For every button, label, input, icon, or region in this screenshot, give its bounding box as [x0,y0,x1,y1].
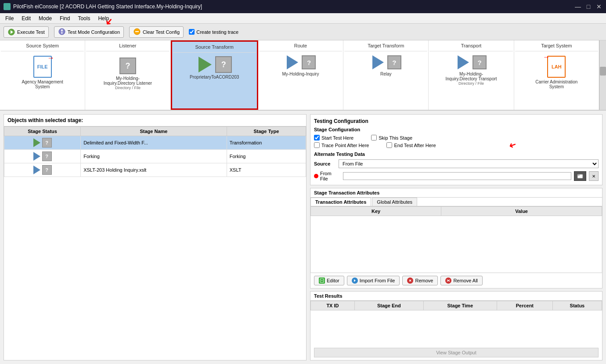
source-transform-icons: ? [197,56,232,73]
col-stage-status: Stage Status [4,127,81,136]
stage-table: Stage Status Stage Name Stage Type ? Del… [4,126,306,177]
key-value-body [311,216,602,273]
end-test-checkbox[interactable]: End Test After Here [386,142,436,148]
key-value-table: Key Value [310,206,602,273]
table-row[interactable]: ? Delimited and Fixed-Width F... Transfo… [4,136,306,150]
maximize-button[interactable]: □ [585,3,592,10]
route-label: My-Holding-Inquiry [282,72,319,76]
from-file-input[interactable] [343,172,571,180]
svg-rect-4 [61,32,62,34]
window-controls[interactable]: — □ ✕ [574,3,602,10]
col-stage-name: Stage Name [81,127,227,136]
start-test-here-checkbox[interactable]: Start Test Here [314,135,354,141]
test-results-title: Test Results [310,292,602,301]
row1-play-icon [33,138,40,147]
col-value: Value [441,207,602,216]
transport-play-icon [458,55,469,69]
from-file-label: From File [320,171,340,181]
view-stage-output-button[interactable]: View Stage Output [314,348,599,357]
pipeline-col-listener: Listener ? My-Holding-Inquiry.Directory … [85,40,170,110]
table-row[interactable]: ? Forking Forking [4,150,306,163]
target-transform-icons: ? [371,55,401,70]
import-from-file-button[interactable]: Import From File [347,276,400,285]
execute-test-button[interactable]: Execute Test [4,26,49,38]
pipeline-scrollbar[interactable] [599,40,606,110]
route-icons: ? [285,55,316,70]
remove-all-label: Remove All [453,278,478,283]
source-transform-item[interactable]: ? ProprietaryToACORD203 [190,56,239,79]
listener-item[interactable]: ? My-Holding-Inquiry.Directory Listener … [101,58,154,90]
remove-all-button[interactable]: Remove All [440,276,483,285]
row3-play-icon [33,166,40,174]
transport-header: Transport [429,42,512,51]
editor-icon [319,278,325,284]
end-test-label: End Test After Here [394,143,436,148]
trace-point-check[interactable] [314,142,320,148]
transport-question-icon: ? [473,55,487,69]
app-icon [4,3,11,10]
stage-config-subtitle: Stage Configuration [314,127,599,132]
source-system-item[interactable]: FILE → Agency Management System [16,56,69,89]
menu-find[interactable]: Find [56,14,73,22]
pipeline-col-transport: Transport ? My-Holding-Inquiry.Directory… [429,40,514,110]
pipeline-area: Source System FILE → Agency Management S… [0,40,599,110]
from-file-browse-button[interactable] [574,171,586,181]
menu-help[interactable]: Help [94,14,112,22]
menu-mode[interactable]: Mode [35,14,55,22]
tab-global-attributes[interactable]: Global Attributes [372,198,417,206]
end-test-check[interactable] [386,142,392,148]
menu-file[interactable]: File [2,14,17,22]
listener-icon: ? [119,58,136,74]
source-select[interactable]: From File From Database None [339,159,599,168]
clear-test-config-button[interactable]: Clear Test Config [129,26,184,38]
col-stage-type: Stage Type [227,127,306,136]
test-mode-config-button[interactable]: Test Mode Configuration [54,26,124,38]
row2-type: Forking [227,150,306,163]
close-button[interactable]: ✕ [595,3,602,10]
skip-stage-checkbox[interactable]: Skip This Stage [371,135,412,141]
editor-button[interactable]: Editor [314,276,344,285]
col-txid: TX ID [311,301,355,310]
start-test-here-label: Start Test Here [321,135,354,141]
skip-stage-check[interactable] [371,135,377,141]
target-transform-item[interactable]: ? Relay [371,55,401,76]
import-icon [352,278,358,284]
col-key: Key [311,207,441,216]
menu-edit[interactable]: Edit [18,14,34,22]
route-item[interactable]: ? My-Holding-Inquiry [282,55,319,76]
transport-item[interactable]: ? My-Holding-Inquiry.Directory Transport… [445,55,498,86]
test-mode-icon [58,28,66,36]
remove-button[interactable]: Remove [402,276,438,285]
remove-all-icon [445,278,451,284]
from-file-red-dot [314,174,318,178]
target-system-item[interactable]: → LAH Carrier Administration System [530,56,583,89]
tabs-row: Transaction Attributes Global Attributes [310,198,602,206]
minimize-button[interactable]: — [574,3,581,10]
trace-point-label: Trace Point After Here [321,143,369,148]
execute-icon [7,28,15,36]
create-trace-check[interactable] [189,29,195,35]
trace-point-checkbox[interactable]: Trace Point After Here [314,142,369,148]
table-row[interactable]: ? XSLT-203 Holding Inquiry.xslt XSLT [4,163,306,177]
create-testing-trace-checkbox[interactable]: Create testing trace [189,29,238,35]
listener-header: Listener [86,42,169,51]
pipeline-col-source-transform: Source Transform ? ProprietaryToACORD203 [171,40,258,110]
tab-transaction-attributes[interactable]: Transaction Attributes [310,198,371,206]
from-file-clear-button[interactable]: ✕ [589,171,599,181]
row3-status-icons: ? [7,165,78,175]
right-panel: ➜ Testing Configuration Stage Configurat… [310,114,602,360]
results-table: TX ID Stage End Stage Time Percent Statu… [310,301,602,346]
pipeline-col-target-system: Target System → LAH Carrier Administrati… [514,40,599,110]
execute-test-label: Execute Test [17,29,45,35]
remove-icon [407,278,413,284]
row2-question-icon: ? [42,151,52,161]
pipeline-col-route: Route ? My-Holding-Inquiry [258,40,343,110]
left-panel: Objects within selected stage: Stage Sta… [4,114,307,360]
testing-config-title: Testing Configuration [314,118,599,124]
target-transform-label: Relay [380,72,392,76]
skip-stage-label: Skip This Stage [379,135,412,141]
menu-tools[interactable]: Tools [74,14,94,22]
target-transform-play-icon [372,55,384,69]
source-transform-question-icon: ? [215,56,232,73]
start-test-here-check[interactable] [314,135,320,141]
